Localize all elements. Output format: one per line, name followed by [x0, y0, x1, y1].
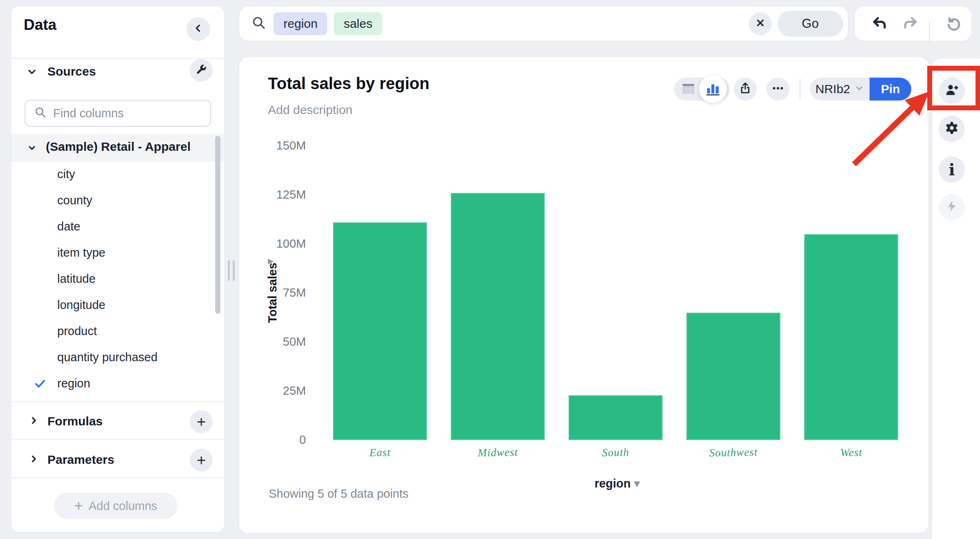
- table-view-button[interactable]: [681, 83, 695, 97]
- info-icon: i: [949, 161, 955, 178]
- x-category-label-east: East: [321, 445, 439, 460]
- column-item-county[interactable]: county: [11, 188, 218, 214]
- bar-south[interactable]: [569, 395, 663, 440]
- divider: [929, 21, 930, 42]
- x-category-label-south: South: [557, 445, 674, 460]
- bar-southwest[interactable]: [686, 313, 780, 440]
- undo-button[interactable]: [871, 15, 889, 34]
- bar-chart-view-button[interactable]: [699, 75, 727, 103]
- ellipsis-icon: [771, 82, 784, 96]
- x-category-label-southwest: Southwest: [674, 445, 792, 460]
- chevron-left-icon: [193, 22, 204, 36]
- settings-button[interactable]: [939, 116, 965, 142]
- chevron-right-icon[interactable]: [29, 454, 39, 466]
- data-sidebar: Data Sources (Sample) Retail -: [11, 7, 224, 532]
- divider: [800, 78, 800, 100]
- chevron-down-icon[interactable]: [26, 66, 38, 79]
- query-search-bar[interactable]: regionsales Go: [239, 7, 848, 41]
- wrench-icon: [196, 64, 207, 77]
- plus-icon: +: [197, 414, 206, 429]
- add-parameter-button[interactable]: +: [190, 449, 213, 472]
- chart-card: Total sales by region Add description: [239, 57, 928, 533]
- column-item-region[interactable]: region: [11, 371, 218, 397]
- x-category-label-west: West: [792, 445, 910, 460]
- search-token-sales[interactable]: sales: [334, 12, 382, 35]
- check-icon: [34, 377, 47, 392]
- table-icon: [681, 90, 695, 97]
- reset-button[interactable]: [944, 15, 962, 34]
- column-label: product: [57, 324, 97, 338]
- column-item-product[interactable]: product: [11, 318, 218, 344]
- chevron-right-icon[interactable]: [29, 415, 39, 427]
- y-tick-label: 125M: [256, 188, 306, 201]
- quick-actions-button[interactable]: [939, 194, 965, 220]
- redo-button[interactable]: [901, 15, 919, 34]
- find-columns-input[interactable]: [53, 107, 188, 120]
- plus-icon: +: [197, 452, 206, 468]
- right-rail: i: [932, 58, 980, 539]
- parameters-section-label[interactable]: Parameters: [47, 453, 114, 467]
- column-item-quantity-purchased[interactable]: quantity purchased: [11, 344, 218, 371]
- manage-sources-button[interactable]: [190, 59, 213, 82]
- source-group-row[interactable]: (Sample) Retail - Apparel: [11, 134, 224, 162]
- y-tick-label: 100M: [256, 237, 306, 250]
- plus-icon: +: [74, 497, 83, 514]
- add-columns-button[interactable]: + Add columns: [54, 493, 178, 519]
- bar-chart-icon: [705, 81, 721, 98]
- column-label: quantity purchased: [57, 351, 157, 364]
- formulas-section-label[interactable]: Formulas: [47, 414, 103, 428]
- version-label: NRIb2: [815, 82, 850, 96]
- version-dropdown[interactable]: NRIb2: [810, 78, 870, 101]
- bar-west[interactable]: [804, 234, 898, 440]
- y-tick-label: 50M: [256, 335, 306, 349]
- collapse-sidebar-button[interactable]: [187, 17, 210, 41]
- search-token-list: regionsales: [274, 12, 749, 35]
- share-button[interactable]: [734, 78, 757, 101]
- column-label: item type: [57, 246, 106, 259]
- add-columns-label: Add columns: [89, 499, 157, 513]
- lightning-icon: [945, 200, 958, 215]
- data-points-note: Showing 5 of 5 data points: [269, 487, 409, 501]
- more-options-button[interactable]: [766, 78, 789, 101]
- divider: [11, 401, 224, 402]
- column-item-city[interactable]: city: [11, 161, 218, 188]
- divider: [11, 58, 224, 59]
- sources-section-label[interactable]: Sources: [47, 65, 96, 78]
- chevron-down-icon: [27, 143, 37, 154]
- x-axis-field-label: region: [594, 477, 631, 490]
- column-item-longitude[interactable]: longitude: [11, 292, 218, 318]
- find-columns-box: [25, 100, 211, 127]
- x-category-label-midwest: Midwest: [439, 445, 557, 460]
- column-label: county: [57, 194, 92, 207]
- caret-down-icon: ▾: [634, 477, 640, 490]
- pin-button[interactable]: Pin: [870, 78, 911, 101]
- column-label: latitude: [57, 272, 96, 286]
- x-axis-field-selector[interactable]: region ▾: [576, 476, 658, 490]
- divider: [11, 439, 224, 440]
- add-formula-button[interactable]: +: [190, 410, 213, 433]
- gear-icon: [944, 121, 959, 137]
- bar-midwest[interactable]: [451, 193, 545, 440]
- y-tick-label: 75M: [256, 286, 306, 300]
- column-item-latitude[interactable]: latitude: [11, 266, 218, 292]
- y-tick-label: 25M: [256, 384, 306, 398]
- sidebar-scrollbar[interactable]: [215, 136, 220, 314]
- add-person-button[interactable]: [939, 78, 965, 104]
- column-item-date[interactable]: date: [11, 214, 218, 240]
- sidebar-resize-handle[interactable]: [228, 260, 235, 281]
- search-icon: [34, 106, 47, 120]
- column-label: city: [57, 168, 75, 181]
- sidebar-title: Data: [24, 16, 56, 34]
- clear-query-button[interactable]: [749, 12, 772, 35]
- search-token-region[interactable]: region: [274, 12, 327, 35]
- info-button[interactable]: i: [939, 157, 965, 183]
- add-person-icon: [944, 83, 959, 99]
- column-item-item-type[interactable]: item type: [11, 240, 218, 266]
- column-label: longitude: [57, 298, 106, 312]
- y-tick-label: 150M: [256, 139, 306, 152]
- go-button[interactable]: Go: [778, 11, 843, 37]
- chart-title[interactable]: Total sales by region: [268, 74, 429, 93]
- close-icon: [755, 18, 766, 30]
- bar-east[interactable]: [333, 222, 427, 440]
- chart-description-placeholder[interactable]: Add description: [268, 103, 353, 117]
